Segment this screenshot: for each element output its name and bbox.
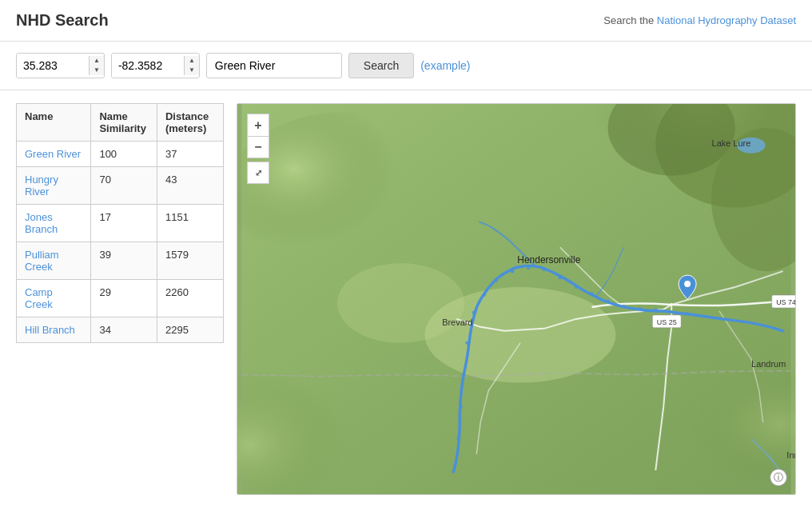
- expand-button[interactable]: ⤢: [247, 162, 269, 184]
- svg-text:US 25: US 25: [657, 318, 677, 326]
- col-header-similarity: Name Similarity: [91, 104, 157, 142]
- longitude-input-wrapper: ▲ ▼: [111, 53, 200, 78]
- latitude-input[interactable]: [17, 54, 89, 78]
- svg-point-30: [462, 373, 465, 377]
- result-similarity: 70: [91, 167, 157, 205]
- longitude-input[interactable]: [112, 54, 184, 78]
- svg-point-16: [654, 308, 658, 312]
- svg-point-29: [465, 341, 468, 345]
- search-button[interactable]: Search: [348, 53, 414, 78]
- result-name[interactable]: Hungry River: [17, 167, 91, 205]
- header-description: Search the National Hydrography Dataset: [603, 14, 796, 26]
- svg-point-24: [527, 266, 530, 269]
- page-title: NHD Search: [16, 11, 109, 30]
- svg-point-18: [622, 305, 625, 308]
- header-desc-prefix: Search the: [603, 14, 657, 26]
- col-header-name: Name: [17, 104, 91, 142]
- svg-point-26: [495, 279, 498, 282]
- national-link[interactable]: National: [657, 14, 695, 26]
- table-row: Jones Branch 17 1151: [17, 205, 224, 242]
- result-distance: 1579: [157, 242, 223, 280]
- lon-spin-up[interactable]: ▲: [185, 56, 199, 66]
- map-controls: + − ⤢: [247, 114, 269, 184]
- main-content: Name Name Similarity Distance (meters) G…: [0, 90, 812, 508]
- lat-spinners: ▲ ▼: [89, 56, 104, 75]
- svg-text:Hendersonville: Hendersonville: [517, 254, 580, 265]
- svg-text:Inman: Inman: [786, 450, 795, 460]
- map-area: US 25 US 74: [237, 103, 796, 495]
- svg-text:US 74: US 74: [776, 298, 795, 306]
- svg-point-19: [606, 299, 610, 303]
- results-table: Name Name Similarity Distance (meters) G…: [16, 103, 224, 343]
- svg-point-27: [483, 293, 486, 297]
- result-name[interactable]: Green River: [17, 142, 91, 167]
- results-table-wrap: Name Name Similarity Distance (meters) G…: [16, 103, 224, 495]
- svg-point-31: [459, 405, 463, 409]
- table-row: Hill Branch 34 2295: [17, 317, 224, 343]
- result-similarity: 17: [91, 205, 157, 242]
- result-name[interactable]: Camp Creek: [17, 280, 91, 317]
- svg-point-40: [684, 281, 691, 287]
- map-svg: US 25 US 74: [237, 104, 795, 494]
- col-header-distance: Distance (meters): [157, 104, 223, 142]
- table-row: Hungry River 70 43: [17, 167, 224, 205]
- svg-point-17: [638, 307, 641, 310]
- svg-point-9: [337, 263, 464, 343]
- result-distance: 1151: [157, 205, 223, 242]
- table-row: Green River 100 37: [17, 142, 224, 167]
- svg-point-32: [456, 437, 460, 440]
- lon-spin-down[interactable]: ▼: [185, 66, 199, 75]
- svg-text:Brevard: Brevard: [442, 317, 472, 327]
- svg-text:Landrum: Landrum: [751, 359, 786, 369]
- table-row: Camp Creek 29 2260: [17, 280, 224, 317]
- result-distance: 37: [157, 142, 223, 167]
- svg-point-25: [511, 269, 515, 273]
- hydrography-dataset-link[interactable]: Hydrography Dataset: [698, 14, 796, 26]
- search-bar: ▲ ▼ ▲ ▼ Search (example): [0, 42, 812, 90]
- map-background: US 25 US 74: [237, 104, 795, 494]
- table-row: Pulliam Creek 39 1579: [17, 242, 224, 280]
- svg-point-23: [543, 268, 546, 271]
- latitude-input-wrapper: ▲ ▼: [16, 53, 105, 78]
- result-name[interactable]: Pulliam Creek: [17, 242, 91, 280]
- svg-point-28: [472, 310, 476, 314]
- svg-point-21: [575, 285, 578, 289]
- example-link[interactable]: (example): [420, 59, 470, 72]
- lat-spin-up[interactable]: ▲: [90, 56, 104, 66]
- lon-spinners: ▲ ▼: [184, 56, 199, 75]
- svg-point-14: [686, 312, 689, 315]
- svg-point-22: [558, 276, 562, 280]
- name-input[interactable]: [206, 53, 342, 78]
- result-similarity: 29: [91, 280, 157, 317]
- svg-point-15: [670, 310, 673, 313]
- svg-text:Lake Lure: Lake Lure: [712, 138, 751, 148]
- zoom-out-button[interactable]: −: [247, 136, 269, 158]
- result-name[interactable]: Jones Branch: [17, 205, 91, 242]
- zoom-in-button[interactable]: +: [247, 114, 269, 136]
- result-similarity: 39: [91, 242, 157, 280]
- app-header: NHD Search Search the National Hydrograp…: [0, 0, 812, 42]
- result-distance: 2295: [157, 317, 223, 343]
- lat-spin-down[interactable]: ▼: [90, 66, 104, 75]
- result-distance: 2260: [157, 280, 223, 317]
- result-distance: 43: [157, 167, 223, 205]
- result-similarity: 100: [91, 142, 157, 167]
- svg-point-20: [591, 292, 594, 295]
- result-name[interactable]: Hill Branch: [17, 317, 91, 343]
- map-info-button[interactable]: ⓘ: [770, 469, 787, 486]
- result-similarity: 34: [91, 317, 157, 343]
